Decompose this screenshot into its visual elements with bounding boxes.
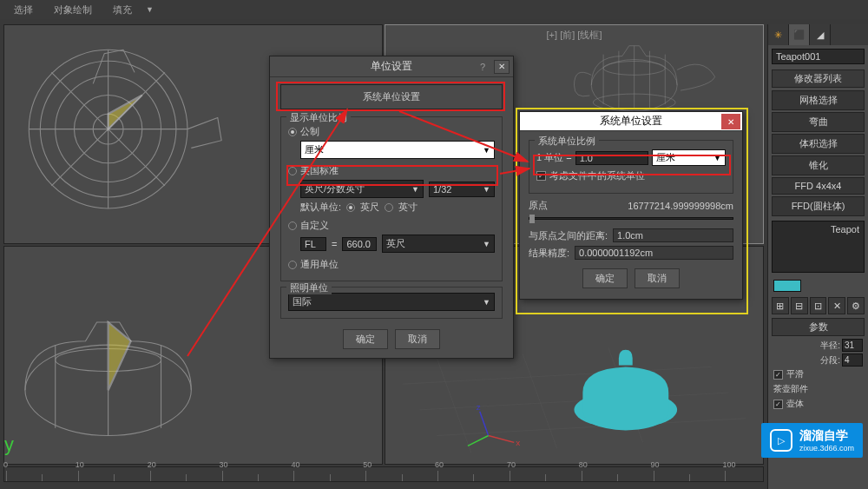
ruler-tick: 80 (582, 471, 617, 481)
tab-modify[interactable]: ⬛ (789, 24, 810, 45)
configure-icon[interactable]: ⚙ (847, 297, 865, 314)
ruler-tick: 50 (365, 471, 401, 481)
modifier-taper[interactable]: 锥化 (772, 155, 865, 175)
check-respect-files[interactable] (536, 171, 546, 181)
us-fraction-select[interactable]: 1/32▼ (429, 182, 495, 197)
sys-unit-type-select[interactable]: 厘米▼ (652, 149, 726, 166)
chevron-down-icon: ▼ (483, 240, 490, 248)
group-display-label: 显示单位比例 (286, 111, 351, 124)
radio-us-row[interactable]: 美国标准 (288, 164, 495, 177)
toolbar-object-paint[interactable]: 对象绘制 (47, 2, 99, 18)
ruler-tick: 70 (510, 471, 545, 481)
radio-us[interactable] (288, 167, 297, 175)
modifier-vol-select[interactable]: 体积选择 (772, 134, 865, 154)
radio-us-feet[interactable] (346, 203, 355, 212)
ruler-tick (186, 474, 221, 481)
dialog-units-help[interactable]: ? (475, 60, 490, 74)
group-teapot-parts: 茶壶部件 (768, 381, 868, 397)
radio-custom[interactable] (288, 221, 297, 230)
radio-custom-row[interactable]: 自定义 (288, 219, 495, 232)
toolbar-dropdown[interactable]: ▼ (146, 5, 154, 14)
modifier-bend[interactable]: 弯曲 (772, 112, 865, 132)
sys-cancel-button[interactable]: 取消 (635, 268, 680, 288)
dialog-units-close[interactable]: ✕ (494, 60, 510, 74)
ruler-tick (42, 474, 77, 481)
check-smooth-row: 平滑 (768, 367, 868, 381)
us-default-row: 默认单位: 英尺 英寸 (300, 201, 495, 214)
sys-accuracy-value: 0.0000001192cm (575, 246, 733, 260)
modifier-stack[interactable]: Teapot (772, 221, 865, 273)
param-segments-input[interactable]: 4 (842, 354, 863, 367)
check-body[interactable] (773, 400, 783, 409)
units-cancel-button[interactable]: 取消 (395, 329, 440, 349)
us-format-select[interactable]: 英尺/分数英寸▼ (300, 180, 424, 198)
ruler-tick (330, 474, 365, 481)
tab-hierarchy[interactable]: ◢ (810, 24, 831, 45)
check-smooth-label: 平滑 (786, 368, 804, 380)
tab-create[interactable]: ✳ (768, 24, 789, 45)
sys-unit-value-input[interactable]: 1.0 (575, 151, 649, 165)
metric-unit-value: 厘米 (305, 143, 324, 156)
radio-generic[interactable] (288, 261, 297, 269)
object-color-swatch[interactable] (773, 280, 801, 292)
param-radius-input[interactable]: 31 (842, 339, 863, 352)
make-unique-icon[interactable]: ⊡ (810, 297, 827, 314)
watermark-sub: zixue.3d66.com (799, 444, 854, 453)
radio-us-inch-label: 英寸 (398, 201, 418, 214)
sys-origin-value: 16777214.999999998cm (553, 201, 733, 211)
dialog-sys-close[interactable]: ✕ (721, 114, 740, 129)
timeline-ruler[interactable]: 0102030405060708090100 (3, 466, 764, 482)
radio-metric-row[interactable]: 公制 (288, 125, 495, 138)
custom-options-row: FL = 660.0 英尺▼ (300, 235, 495, 253)
show-end-icon[interactable]: ⊟ (791, 297, 808, 314)
pin-stack-icon[interactable]: ⊞ (772, 297, 789, 314)
ruler-tick (617, 474, 653, 481)
remove-modifier-icon[interactable]: ✕ (828, 297, 845, 314)
sys-distance-label: 与原点之间的距离: (529, 229, 608, 242)
chevron-down-icon: ▼ (483, 298, 490, 307)
chevron-down-icon: ▼ (713, 154, 721, 162)
stack-toolbar: ⊞ ⊟ ⊡ ✕ ⚙ (768, 295, 868, 316)
svg-line-23 (437, 358, 471, 453)
toolbar-select[interactable]: 选择 (7, 2, 40, 18)
rollout-parameters[interactable]: 参数 (772, 318, 865, 336)
dialog-units-titlebar[interactable]: 单位设置 ? ✕ (270, 56, 513, 77)
sys-origin-slider[interactable] (529, 217, 733, 220)
sys-accuracy-label: 结果精度: (529, 247, 569, 260)
check-smooth[interactable] (773, 370, 783, 380)
ruler-tick: 40 (293, 471, 329, 481)
toolbar-fill[interactable]: 填充 (106, 2, 139, 18)
sys-ok-button[interactable]: 确定 (582, 268, 628, 288)
modifier-list-dropdown[interactable]: 修改器列表 (772, 69, 865, 88)
play-icon: ▷ (770, 429, 792, 452)
custom-unit-select[interactable]: 英尺▼ (382, 235, 495, 253)
custom-fl-input[interactable]: FL (300, 237, 326, 251)
sys-distance-row: 与原点之间的距离: 1.0cm (529, 228, 733, 242)
object-name-field[interactable]: Teapot001 (772, 49, 865, 64)
radio-metric-label: 公制 (300, 125, 319, 138)
ruler-tick (689, 474, 725, 481)
radio-us-feet-label: 英尺 (360, 201, 379, 214)
system-unit-setup-button[interactable]: 系统单位设置 (280, 84, 503, 109)
metric-unit-select[interactable]: 厘米 ▼ (300, 141, 495, 159)
modifier-mesh-select[interactable]: 网格选择 (772, 90, 865, 110)
svg-text:z: z (477, 401, 481, 411)
modifier-ffd-cyl[interactable]: FFD(圆柱体) (772, 196, 865, 216)
dialog-sys-titlebar[interactable]: 系统单位设置 ✕ (520, 112, 742, 131)
svg-line-24 (523, 354, 557, 448)
stack-item-teapot[interactable]: Teapot (776, 223, 860, 235)
ruler-tick (473, 474, 509, 481)
radio-us-inch[interactable] (385, 203, 393, 212)
slider-thumb[interactable] (529, 215, 535, 223)
custom-val-input[interactable]: 660.0 (342, 237, 377, 251)
radio-custom-label: 自定义 (300, 219, 329, 232)
lighting-unit-select[interactable]: 国际▼ (288, 293, 495, 311)
units-ok-button[interactable]: 确定 (343, 329, 388, 349)
ruler-tick (402, 474, 437, 481)
radio-metric[interactable] (288, 128, 297, 136)
modifier-ffd-box[interactable]: FFD 4x4x4 (772, 177, 865, 195)
radio-generic-row[interactable]: 通用单位 (288, 258, 495, 271)
dialog-unit-settings: 单位设置 ? ✕ 系统单位设置 显示单位比例 公制 厘米 ▼ 美国标准 英尺/分… (269, 56, 514, 359)
dialog-units-buttons: 确定 取消 (280, 324, 503, 351)
group-lighting-label: 照明单位 (286, 281, 332, 294)
